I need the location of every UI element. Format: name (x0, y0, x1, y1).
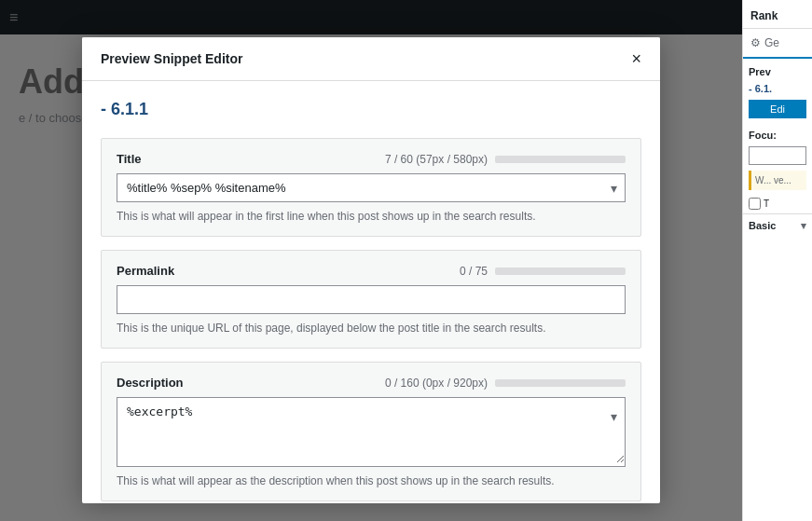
title-field-hint: This is what will appear in the first li… (117, 210, 626, 223)
title-progress-bar-container (495, 156, 626, 163)
sidebar-gear-item[interactable]: ⚙ Ge (743, 29, 812, 59)
permalink-field-hint: This is the unique URL of this page, dis… (117, 322, 626, 335)
permalink-input[interactable] (117, 285, 626, 314)
description-field-header: Description 0 / 160 (0px / 920px) (117, 376, 626, 390)
description-field-counter: 0 / 160 (0px / 920px) (385, 377, 626, 390)
permalink-progress-bar-container (495, 267, 626, 275)
gear-icon: ⚙ (750, 36, 761, 49)
sidebar-checkbox-label: T (764, 199, 769, 209)
description-field-label: Description (117, 376, 184, 390)
title-field-label: Title (117, 152, 142, 166)
sidebar-checkbox-row: T (743, 194, 812, 213)
sidebar-warning: W... ve... (749, 171, 806, 190)
modal-overlay: Preview Snippet Editor × - 6.1.1 Title 7… (0, 0, 742, 521)
description-counter-text: 0 / 160 (0px / 920px) (385, 377, 488, 390)
modal-dialog: Preview Snippet Editor × - 6.1.1 Title 7… (82, 37, 660, 503)
modal-header: Preview Snippet Editor × (82, 37, 660, 81)
sidebar-prev-label: Prev (743, 59, 812, 81)
sidebar-focus-input[interactable] (749, 146, 806, 165)
title-field-section: Title 7 / 60 (57px / 580px) %title% %sep… (101, 138, 641, 237)
title-select-wrapper[interactable]: %title% %sep% %sitename% ▾ (117, 173, 626, 202)
permalink-field-label: Permalink (117, 264, 174, 278)
description-field-hint: This is what will appear as the descript… (117, 474, 626, 487)
version-number: - 6.1.1 (101, 100, 641, 119)
sidebar-focus-label: Focu: (743, 122, 812, 144)
right-sidebar: Rank ⚙ Ge Prev - 6.1. Edi Focu: W... ve.… (742, 0, 812, 521)
sidebar-basic-label: Basic ▾ (743, 213, 812, 235)
description-textarea[interactable]: %excerpt% (117, 398, 625, 463)
description-field-section: Description 0 / 160 (0px / 920px) %excer… (101, 362, 641, 501)
sidebar-rank-label: Rank (743, 0, 812, 29)
title-counter-text: 7 / 60 (57px / 580px) (385, 153, 488, 166)
sidebar-gear-label: Ge (764, 36, 779, 49)
permalink-field-section: Permalink 0 / 75 This is the unique URL … (101, 250, 641, 349)
description-textarea-wrapper[interactable]: %excerpt% ▾ (117, 397, 626, 467)
sidebar-checkbox[interactable] (749, 198, 761, 210)
sidebar-prev-value: - 6.1. (743, 81, 812, 96)
modal-body: - 6.1.1 Title 7 / 60 (57px / 580px) %tit… (82, 81, 660, 503)
title-field-header: Title 7 / 60 (57px / 580px) (117, 152, 626, 166)
modal-title: Preview Snippet Editor (101, 51, 242, 66)
modal-close-button[interactable]: × (631, 50, 641, 67)
permalink-counter-text: 0 / 75 (460, 265, 488, 278)
title-field-counter: 7 / 60 (57px / 580px) (385, 153, 626, 166)
permalink-field-counter: 0 / 75 (460, 265, 626, 278)
title-select-value: %title% %sep% %sitename% (117, 174, 625, 201)
permalink-field-header: Permalink 0 / 75 (117, 264, 626, 278)
sidebar-edit-button[interactable]: Edi (749, 100, 806, 118)
chevron-down-icon: ▾ (801, 220, 806, 232)
description-progress-bar-container (495, 379, 626, 387)
